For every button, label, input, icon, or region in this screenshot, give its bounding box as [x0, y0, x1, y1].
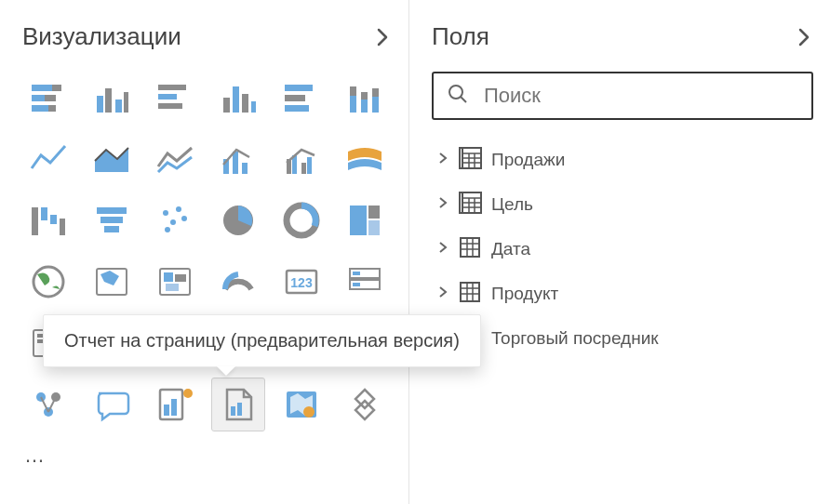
visualizations-panel: Визуализации [0, 0, 409, 504]
svg-rect-23 [361, 92, 368, 99]
svg-rect-4 [32, 105, 48, 112]
field-list: Продажи Цель Дата Продукт Торговый посре [432, 146, 813, 352]
viz-tooltip: Отчет на страницу (предварительная верси… [43, 314, 481, 367]
line-clustered-icon[interactable] [275, 133, 328, 185]
svg-point-42 [176, 206, 181, 212]
svg-text:123: 123 [290, 275, 313, 290]
column-icon[interactable] [212, 72, 264, 124]
globe-icon[interactable] [22, 256, 74, 308]
fields-panel: Поля Продажи Цель [409, 0, 830, 504]
custom-visual-icon[interactable] [339, 378, 391, 431]
area-icon[interactable] [86, 133, 138, 185]
svg-rect-95 [237, 403, 242, 416]
svg-rect-13 [223, 98, 230, 113]
treemap-icon[interactable] [339, 194, 391, 246]
filled-map-icon[interactable] [86, 256, 138, 308]
collapse-fields-icon[interactable] [795, 28, 813, 46]
svg-point-44 [181, 216, 187, 221]
table-icon [458, 280, 482, 308]
chevron-right-icon [437, 195, 448, 214]
svg-rect-9 [124, 92, 128, 113]
svg-rect-29 [242, 163, 248, 174]
svg-rect-36 [50, 215, 57, 224]
svg-rect-8 [115, 99, 122, 113]
clustered-bar-icon[interactable] [339, 72, 391, 124]
svg-point-93 [183, 389, 193, 398]
viz-grid: 123 R Py [22, 72, 392, 431]
donut-icon[interactable] [275, 194, 328, 246]
collapse-viz-icon[interactable] [373, 28, 392, 46]
calc-table-icon [458, 191, 482, 219]
funnel-icon[interactable] [86, 194, 138, 246]
qa-icon[interactable] [86, 378, 138, 431]
svg-rect-1 [52, 85, 61, 91]
waterfall-icon[interactable] [22, 194, 74, 246]
svg-rect-25 [372, 88, 379, 97]
stacked-area-icon[interactable] [149, 133, 201, 185]
svg-rect-33 [307, 157, 312, 174]
table-label: Цель [491, 194, 533, 215]
svg-rect-5 [48, 105, 56, 112]
more-visuals-button[interactable]: … [22, 444, 392, 468]
svg-rect-119 [461, 283, 479, 301]
line-icon[interactable] [22, 133, 74, 185]
svg-rect-114 [461, 238, 479, 257]
search-icon [447, 83, 484, 109]
svg-rect-32 [301, 163, 306, 174]
card-icon[interactable]: 123 [275, 256, 328, 308]
paginated-report-icon[interactable] [212, 378, 264, 431]
viz-panel-title: Визуализации [22, 22, 181, 51]
svg-rect-14 [233, 86, 239, 113]
svg-rect-2 [32, 95, 45, 101]
chevron-right-icon [437, 240, 448, 259]
svg-rect-12 [158, 103, 182, 109]
svg-rect-28 [233, 152, 238, 174]
svg-point-43 [170, 219, 176, 225]
viz-panel-header: Визуализации [22, 22, 392, 51]
svg-rect-19 [285, 105, 309, 112]
table-label: Продажи [491, 150, 565, 170]
svg-point-45 [165, 227, 170, 232]
svg-rect-92 [171, 399, 177, 416]
svg-point-97 [303, 406, 315, 418]
table-row[interactable]: Цель [437, 191, 813, 219]
shape-map-icon[interactable] [149, 256, 201, 308]
line-column-icon[interactable] [212, 133, 264, 185]
svg-point-41 [163, 210, 168, 216]
table-label: Торговый посредник [491, 328, 659, 349]
svg-rect-17 [285, 85, 313, 91]
svg-rect-11 [158, 94, 177, 99]
svg-rect-18 [285, 95, 305, 101]
key-influencers-icon[interactable] [22, 378, 74, 431]
arcgis-icon[interactable] [275, 378, 328, 431]
svg-rect-21 [350, 86, 356, 96]
ribbon-icon[interactable] [339, 133, 391, 185]
svg-rect-54 [164, 272, 173, 282]
clustered-column-icon[interactable] [86, 72, 138, 124]
gauge-icon[interactable] [212, 256, 264, 308]
decomposition-icon[interactable] [149, 378, 201, 431]
svg-marker-26 [95, 148, 128, 172]
table-row[interactable]: Дата [437, 235, 813, 263]
stacked-column-icon[interactable] [275, 72, 328, 124]
multirow-card-icon[interactable] [339, 256, 391, 308]
svg-rect-94 [231, 406, 235, 416]
svg-rect-6 [97, 96, 103, 113]
svg-rect-49 [368, 206, 380, 219]
stacked-bar-icon[interactable] [22, 72, 74, 124]
table-row[interactable]: Продажи [437, 146, 813, 174]
svg-rect-38 [97, 207, 127, 214]
svg-rect-39 [100, 217, 123, 223]
search-input[interactable] [484, 84, 798, 108]
search-box[interactable] [432, 72, 813, 120]
svg-rect-0 [32, 85, 52, 91]
pie-icon[interactable] [212, 194, 264, 246]
scatter-icon[interactable] [149, 194, 201, 246]
svg-rect-91 [164, 405, 169, 416]
svg-rect-37 [60, 219, 65, 235]
table-row[interactable]: Торговый посредник [437, 325, 813, 352]
calc-table-icon [458, 146, 482, 174]
table-row[interactable]: Продукт [437, 280, 813, 308]
stacked-bar-h-icon[interactable] [149, 72, 201, 124]
svg-rect-15 [242, 94, 248, 113]
